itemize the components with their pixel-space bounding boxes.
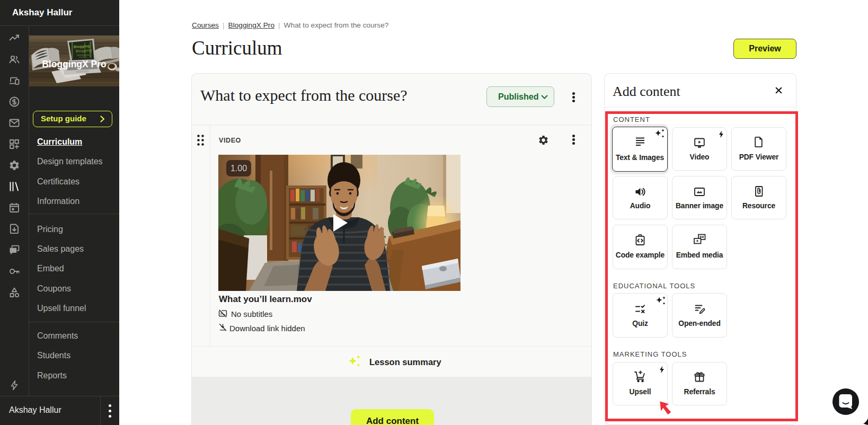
svg-text:BloggingX Pro: BloggingX Pro xyxy=(42,59,107,69)
svg-text:1.00: 1.00 xyxy=(231,164,247,173)
